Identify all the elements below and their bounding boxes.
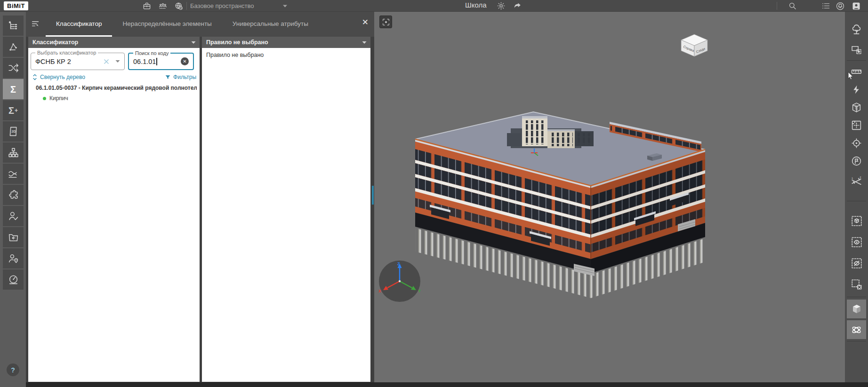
- tool-orbit-mode[interactable]: [847, 320, 866, 339]
- sidebar-item-shared-folders[interactable]: [3, 227, 24, 247]
- model-tree-icon: [7, 20, 19, 32]
- rule-body: Правило не выбрано: [202, 48, 370, 382]
- org-chart-icon: [8, 147, 19, 158]
- bottom-bar: [26, 382, 868, 387]
- chevron-down-icon: [191, 41, 196, 44]
- view-cube[interactable]: Справа Сзади: [675, 29, 713, 59]
- collapse-tree-link[interactable]: Свернуть дерево: [32, 74, 85, 80]
- tool-isolate-selection[interactable]: [847, 212, 866, 230]
- tree-actions-row: Свернуть дерево Фильтры: [28, 74, 200, 81]
- sidebar-item-plugins[interactable]: [3, 185, 24, 205]
- tool-show-selection[interactable]: [847, 233, 866, 252]
- toolbar-divider: [847, 201, 866, 201]
- fit-view-button[interactable]: [379, 16, 392, 28]
- status-dot: [43, 97, 46, 100]
- bell-icon: [836, 1, 845, 11]
- sidebar-item-documents-2d[interactable]: 2D: [3, 121, 24, 142]
- eye-icon: [851, 236, 863, 248]
- classifier-subpanel-header[interactable]: Классификатор: [28, 37, 200, 48]
- doc-2d-icon: 2D: [8, 126, 19, 137]
- rule-subpanel-header[interactable]: Правило не выбрано: [202, 37, 370, 48]
- panel-tabs: Классификатор Нераспределённые элементы …: [46, 12, 319, 37]
- tool-section-box[interactable]: [847, 98, 866, 117]
- app-logo[interactable]: BiMiT: [4, 1, 28, 10]
- share-button[interactable]: [512, 1, 522, 11]
- tool-clear-selection[interactable]: [847, 275, 866, 294]
- tree-node[interactable]: 06.1.01.05-0037 - Кирпич керамический ря…: [33, 85, 197, 91]
- projects-case-button[interactable]: [142, 1, 152, 11]
- tab-unallocated-elements[interactable]: Нераспределённые элементы: [112, 12, 222, 37]
- panel-scrollbar-thumb[interactable]: [372, 186, 374, 205]
- toolbar-divider: [847, 341, 866, 341]
- tool-environment-tree[interactable]: [847, 20, 866, 39]
- toolbar-divider: [847, 297, 866, 297]
- notifications-button[interactable]: [835, 1, 845, 11]
- list-icon: [821, 1, 830, 10]
- search-icon: [788, 1, 797, 10]
- workspace-selector[interactable]: Базовое пространство: [190, 0, 288, 12]
- help-button[interactable]: ?: [7, 363, 19, 376]
- tab-universal-attributes[interactable]: Универсальные атрибуты: [222, 12, 319, 37]
- globe-session-icon: [174, 1, 184, 11]
- session-button[interactable]: [174, 1, 184, 11]
- sidebar-item-charts[interactable]: [3, 164, 24, 184]
- sidebar-item-assigned-users[interactable]: [3, 206, 24, 226]
- viewport-3d[interactable]: Справа Сзади Z X Y: [374, 12, 845, 382]
- filter-funnel-icon: [165, 74, 171, 80]
- sidebar-item-work-breakdown[interactable]: [3, 142, 24, 163]
- tool-quick-section[interactable]: [847, 80, 866, 99]
- account-icon: [852, 1, 861, 11]
- tool-flags[interactable]: [847, 151, 866, 170]
- panel-menu-button[interactable]: [31, 19, 41, 29]
- project-settings-button[interactable]: [496, 1, 506, 11]
- rule-empty-text: Правило не выбрано: [206, 52, 264, 58]
- tool-plan-view[interactable]: [847, 116, 866, 134]
- sidebar-item-graph-relations[interactable]: [3, 37, 24, 57]
- rule-header-label: Правило не выбрано: [206, 39, 268, 46]
- tool-select-elements[interactable]: [847, 40, 866, 59]
- close-panel-button[interactable]: ✕: [362, 18, 369, 26]
- right-toolbar: 1 2: [845, 12, 868, 382]
- classifier-select[interactable]: Выбрать классификатор ФСНБ КР 2: [31, 53, 125, 70]
- select-caret-icon[interactable]: [115, 60, 120, 63]
- building-model: [374, 12, 845, 382]
- sidebar-item-model-structure[interactable]: [3, 16, 24, 36]
- panel-scrollbar[interactable]: [371, 37, 374, 382]
- tab-classifier[interactable]: Классификатор: [46, 12, 112, 37]
- relations-icon: [8, 41, 19, 53]
- sidebar-item-quantity-takeoff-add[interactable]: Σ+: [3, 100, 24, 120]
- topbar-divider: [186, 2, 187, 10]
- locate-icon: [851, 137, 862, 149]
- search-button[interactable]: [787, 1, 797, 11]
- sidebar-item-mapping[interactable]: [3, 58, 24, 78]
- filters-link[interactable]: Фильтры: [165, 74, 196, 80]
- navigation-gizmo[interactable]: Z X Y: [377, 259, 422, 304]
- sidebar-item-dashboards[interactable]: [3, 269, 24, 290]
- tool-locate-element[interactable]: [847, 134, 866, 152]
- briefcase-icon: [142, 1, 152, 11]
- account-button[interactable]: [851, 1, 861, 11]
- gear-icon: [497, 1, 506, 10]
- topbar: BiMiT Базовое пространство Школа: [0, 0, 868, 12]
- classifier-header-label: Классификатор: [32, 39, 78, 46]
- toolbar-divider: [847, 60, 866, 61]
- menu-list-button[interactable]: [820, 1, 831, 11]
- code-search-input[interactable]: Поиск по коду 06.1.01 ✕: [128, 53, 194, 70]
- axis-x-label: X: [378, 289, 381, 293]
- unfold-icon: [32, 74, 38, 80]
- classifier-select-label: Выбрать классификатор: [35, 50, 98, 56]
- sidebar-item-quantity-takeoff[interactable]: Σ: [3, 79, 24, 99]
- clear-classifier-icon[interactable]: [103, 58, 110, 65]
- tree-child-label: Кирпич: [49, 95, 68, 102]
- tool-section-axes[interactable]: 1 2: [847, 172, 866, 190]
- tree-child[interactable]: Кирпич: [43, 95, 68, 102]
- rule-subpanel: Правило не выбрано Правило не выбрано: [202, 37, 370, 382]
- cube-icon: [851, 303, 862, 315]
- team-button[interactable]: [158, 1, 168, 11]
- flash-icon: [851, 84, 862, 95]
- tool-hide-selection[interactable]: [847, 254, 866, 273]
- text-caret: [156, 58, 157, 65]
- tool-view-cube-mode[interactable]: [847, 300, 866, 318]
- clear-search-button[interactable]: ✕: [181, 57, 189, 65]
- sidebar-item-user-locations[interactable]: [3, 248, 24, 269]
